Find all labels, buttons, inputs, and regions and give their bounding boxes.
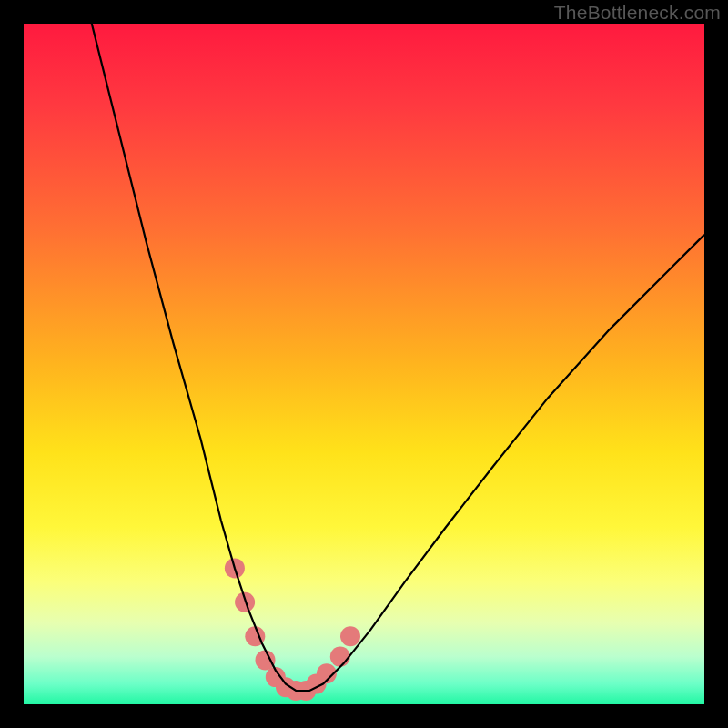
highlight-dot [235,592,255,612]
plot-area [24,24,704,704]
watermark-text: TheBottleneck.com [554,2,721,24]
highlight-dot [256,650,276,670]
bottleneck-chart [24,24,704,704]
gradient-background [24,24,704,704]
highlight-dot [330,647,350,667]
outer-frame: TheBottleneck.com [0,0,728,728]
highlight-dot [340,626,360,646]
